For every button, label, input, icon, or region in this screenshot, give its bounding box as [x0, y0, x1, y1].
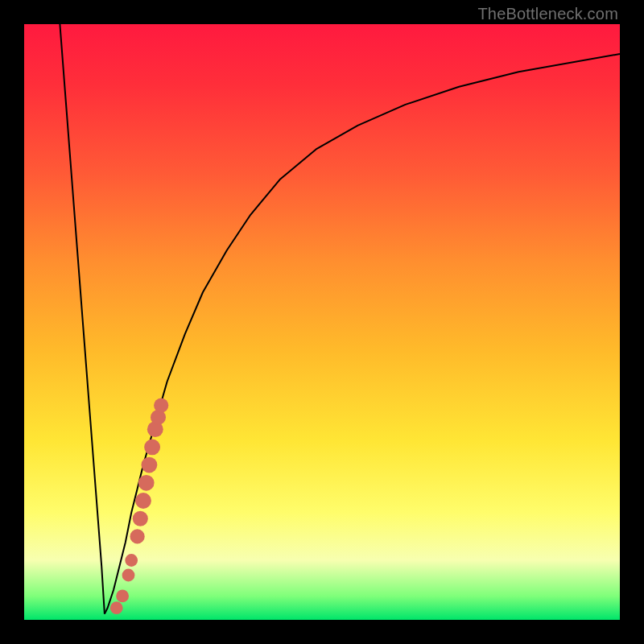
- chart-frame: TheBottleneck.com: [0, 0, 644, 644]
- marker-point: [138, 475, 155, 491]
- marker-point: [110, 601, 123, 614]
- marker-point: [135, 493, 151, 509]
- marker-point: [133, 511, 148, 526]
- marker-point: [130, 529, 144, 543]
- marker-point: [125, 554, 138, 567]
- series-left-branch: [60, 24, 104, 614]
- plot-area: [24, 24, 620, 620]
- marker-group: [110, 398, 168, 614]
- marker-point: [154, 398, 168, 412]
- marker-point: [122, 569, 135, 582]
- marker-point: [144, 439, 160, 455]
- watermark-text: TheBottleneck.com: [477, 5, 618, 23]
- curve-svg: [24, 24, 620, 620]
- curve-group: [60, 24, 620, 614]
- marker-point: [116, 590, 129, 603]
- series-right-branch: [105, 54, 620, 614]
- marker-point: [141, 457, 157, 473]
